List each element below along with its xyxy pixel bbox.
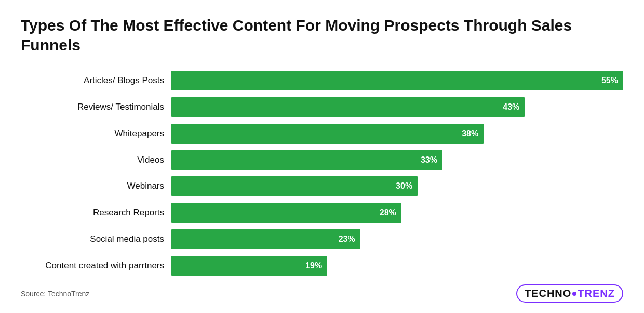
- logo-trenz: TRENZ: [578, 288, 615, 299]
- source-label: Source: TechnoTrenz: [21, 290, 89, 298]
- bar-row: Content created with parrtners19%: [21, 254, 623, 277]
- bar-track: 19%: [171, 256, 623, 276]
- bar-row: Reviews/ Testimonials43%: [21, 96, 623, 119]
- bar-label: Reviews/ Testimonials: [21, 102, 171, 112]
- bar-value: 55%: [601, 76, 618, 85]
- chart-area: Articles/ Blogs Posts55%Reviews/ Testimo…: [21, 69, 623, 277]
- logo: TECHNO TRENZ: [516, 284, 623, 303]
- bar-fill: 55%: [171, 71, 623, 90]
- bar-row: Social media posts23%: [21, 228, 623, 251]
- bar-track: 23%: [171, 229, 623, 249]
- bar-track: 33%: [171, 150, 623, 170]
- bar-value: 23%: [339, 234, 355, 244]
- logo-techno: TECHNO: [525, 288, 571, 299]
- main-container: Types Of The Most Effective Content For …: [0, 0, 644, 313]
- bar-row: Whitepapers38%: [21, 122, 623, 145]
- bar-label: Research Reports: [21, 207, 171, 218]
- bar-label: Articles/ Blogs Posts: [21, 75, 171, 86]
- bar-track: 28%: [171, 203, 623, 223]
- bar-label: Webinars: [21, 181, 171, 191]
- bar-value: 19%: [305, 261, 322, 270]
- bar-fill: 19%: [171, 256, 327, 276]
- bar-track: 30%: [171, 176, 623, 196]
- bar-fill: 23%: [171, 229, 360, 249]
- bar-fill: 30%: [171, 176, 418, 196]
- bar-value: 38%: [462, 129, 478, 138]
- bar-label: Videos: [21, 155, 171, 165]
- bar-row: Research Reports28%: [21, 201, 623, 224]
- bar-label: Whitepapers: [21, 128, 171, 139]
- bar-label: Content created with parrtners: [21, 260, 171, 271]
- bar-value: 33%: [421, 155, 437, 165]
- bar-row: Webinars30%: [21, 175, 623, 198]
- bar-value: 30%: [396, 181, 412, 191]
- bar-row: Articles/ Blogs Posts55%: [21, 69, 623, 92]
- bar-fill: 33%: [171, 150, 442, 170]
- bar-value: 43%: [503, 102, 519, 112]
- bar-fill: 38%: [171, 124, 484, 144]
- bar-track: 38%: [171, 124, 623, 144]
- bar-value: 28%: [380, 208, 396, 217]
- bar-fill: 28%: [171, 203, 401, 223]
- bar-label: Social media posts: [21, 234, 171, 244]
- bar-fill: 43%: [171, 97, 525, 117]
- footer: Source: TechnoTrenz TECHNO TRENZ: [21, 284, 623, 303]
- bar-row: Videos33%: [21, 149, 623, 172]
- bar-track: 55%: [171, 71, 623, 90]
- chart-title: Types Of The Most Effective Content For …: [21, 16, 623, 55]
- bar-track: 43%: [171, 97, 623, 117]
- logo-dot: [572, 292, 576, 296]
